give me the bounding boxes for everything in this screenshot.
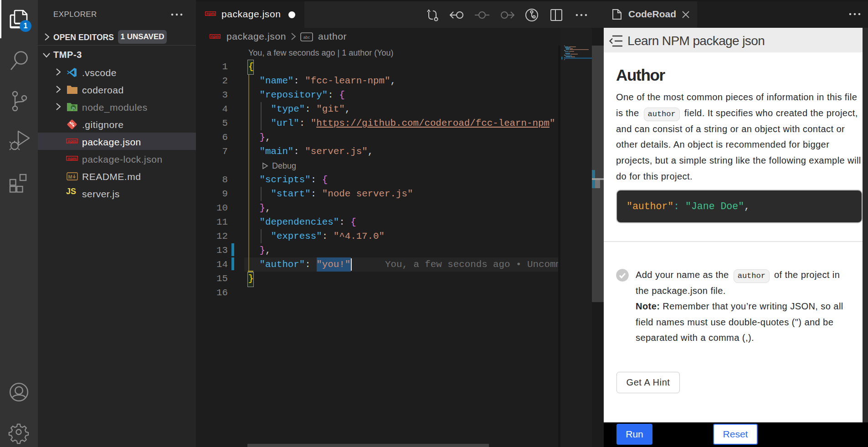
svg-text:npm: npm	[67, 156, 76, 161]
svg-text:npm: npm	[67, 139, 76, 144]
svg-text:M: M	[68, 174, 72, 180]
svg-text:js: js	[72, 106, 75, 110]
svg-text:npm: npm	[206, 11, 215, 16]
svg-text:npm: npm	[211, 34, 219, 39]
svg-text:abc: abc	[303, 35, 310, 40]
